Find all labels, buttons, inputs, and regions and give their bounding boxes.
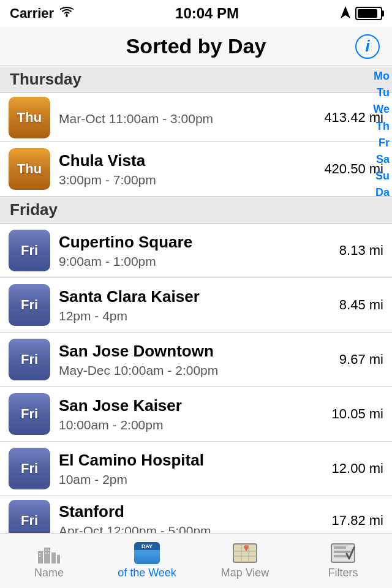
svg-rect-7 (39, 556, 40, 557)
svg-rect-9 (48, 549, 49, 551)
status-right (341, 6, 382, 21)
map-icon (232, 542, 258, 564)
tab-day[interactable]: DAY of the Week (98, 533, 196, 588)
item-name: San Jose Kaiser (59, 396, 326, 415)
filters-icon (330, 542, 356, 564)
side-index-mo[interactable]: Mo (373, 69, 390, 84)
svg-rect-18 (334, 546, 346, 549)
side-index-sa[interactable]: Sa (373, 152, 390, 167)
list-item[interactable]: Fri Santa Clara Kaiser 12pm - 4pm 8.45 m… (0, 278, 392, 333)
section-header-thursday: Thursday (0, 66, 392, 93)
item-name: Stanford (59, 502, 326, 521)
tab-name-label: Name (34, 567, 64, 579)
tab-bar: Name DAY of the Week (0, 533, 392, 588)
list-item[interactable]: Thu Chula Vista 3:00pm - 7:00pm 420.50 m… (0, 142, 392, 197)
item-hours: 10am - 2pm (59, 472, 326, 487)
list-item[interactable]: Fri Cupertino Square 9:00am - 1:00pm 8.1… (0, 224, 392, 278)
carrier-label: Carrier (10, 6, 54, 21)
battery-icon (355, 7, 382, 20)
day-badge-fri: Fri (9, 284, 50, 326)
tab-filters-label: Filters (328, 567, 358, 579)
tab-name[interactable]: Name (0, 533, 98, 588)
day-badge-fri: Fri (9, 393, 50, 435)
list-item[interactable]: Fri El Camino Hospital 10am - 2pm 12.00 … (0, 442, 392, 496)
item-distance: 10.05 mi (326, 406, 383, 422)
nav-bar: Sorted by Day i (0, 27, 392, 66)
svg-point-0 (66, 15, 68, 17)
item-info: Chula Vista 3:00pm - 7:00pm (59, 151, 318, 187)
item-info: Mar-Oct 11:00am - 3:00pm (59, 109, 318, 126)
list-item[interactable]: Fri San Jose Downtown May-Dec 10:00am - … (0, 333, 392, 387)
day-badge-fri: Fri (9, 448, 50, 489)
tab-map-label: Map View (221, 567, 270, 579)
location-icon (341, 6, 350, 21)
item-hours: 3:00pm - 7:00pm (59, 173, 318, 187)
item-info: El Camino Hospital 10am - 2pm (59, 451, 326, 487)
item-info: Stanford Apr-Oct 12:00pm - 5:00pm (59, 502, 326, 533)
tab-filters[interactable]: Filters (294, 533, 392, 588)
day-badge-fri: Fri (9, 500, 50, 533)
item-hours: 10:00am - 2:00pm (59, 418, 326, 432)
item-distance: 8.13 mi (333, 243, 383, 258)
item-info: San Jose Kaiser 10:00am - 2:00pm (59, 396, 326, 432)
status-left: Carrier (10, 6, 74, 21)
item-hours: 9:00am - 1:00pm (59, 254, 333, 269)
item-distance: 12.00 mi (326, 461, 383, 477)
svg-rect-8 (45, 549, 47, 551)
side-index[interactable]: Mo Tu We Th Fr Sa Su Da (371, 66, 392, 203)
city-icon (36, 542, 62, 564)
day-badge-fri: Fri (9, 339, 50, 380)
list-item[interactable]: Thu Mar-Oct 11:00am - 3:00pm 413.42 mi (0, 93, 392, 142)
tab-map[interactable]: Map View (196, 533, 294, 588)
info-button[interactable]: i (355, 34, 380, 59)
item-name: El Camino Hospital (59, 451, 326, 470)
item-name: Cupertino Square (59, 233, 333, 252)
day-badge-thu: Thu (9, 97, 50, 138)
day-badge-thu: Thu (9, 148, 50, 190)
item-info: San Jose Downtown May-Dec 10:00am - 2:00… (59, 342, 333, 378)
item-info: Santa Clara Kaiser 12pm - 4pm (59, 287, 333, 323)
list-item[interactable]: Fri San Jose Kaiser 10:00am - 2:00pm 10.… (0, 387, 392, 442)
page-title: Sorted by Day (126, 34, 266, 58)
section-header-friday: Friday (0, 197, 392, 224)
side-index-th[interactable]: Th (373, 119, 390, 134)
item-info: Cupertino Square 9:00am - 1:00pm (59, 233, 333, 269)
content-area: Thursday Thu Mar-Oct 11:00am - 3:00pm 41… (0, 66, 392, 533)
item-hours: 12pm - 4pm (59, 309, 333, 323)
svg-rect-11 (48, 552, 49, 554)
item-name: San Jose Downtown (59, 342, 333, 361)
item-name: Santa Clara Kaiser (59, 287, 333, 306)
item-hours: Mar-Oct 11:00am - 3:00pm (59, 111, 318, 126)
side-index-da[interactable]: Da (373, 185, 390, 200)
svg-rect-10 (45, 552, 47, 554)
svg-rect-20 (334, 555, 349, 557)
item-distance: 8.45 mi (333, 297, 383, 313)
side-index-su[interactable]: Su (373, 168, 390, 184)
day-badge-fri: Fri (9, 230, 50, 271)
wifi-icon (60, 7, 74, 21)
svg-marker-1 (341, 6, 350, 18)
day-icon: DAY (134, 542, 160, 564)
svg-rect-4 (51, 552, 56, 564)
svg-rect-19 (334, 551, 351, 553)
item-hours: Apr-Oct 12:00pm - 5:00pm (59, 524, 326, 533)
svg-rect-3 (44, 548, 50, 564)
list-item[interactable]: Fri Stanford Apr-Oct 12:00pm - 5:00pm 17… (0, 496, 392, 533)
status-time: 10:04 PM (175, 5, 239, 22)
svg-rect-6 (39, 553, 40, 554)
side-index-fr[interactable]: Fr (373, 135, 390, 151)
item-distance: 9.67 mi (333, 352, 383, 368)
svg-rect-5 (57, 555, 60, 564)
side-index-tu[interactable]: Tu (373, 85, 390, 100)
status-bar: Carrier 10:04 PM (0, 0, 392, 27)
item-distance: 17.82 mi (326, 513, 383, 529)
side-index-we[interactable]: We (373, 102, 390, 117)
item-hours: May-Dec 10:00am - 2:00pm (59, 363, 333, 378)
item-name: Chula Vista (59, 151, 318, 170)
tab-day-label: of the Week (118, 567, 176, 579)
